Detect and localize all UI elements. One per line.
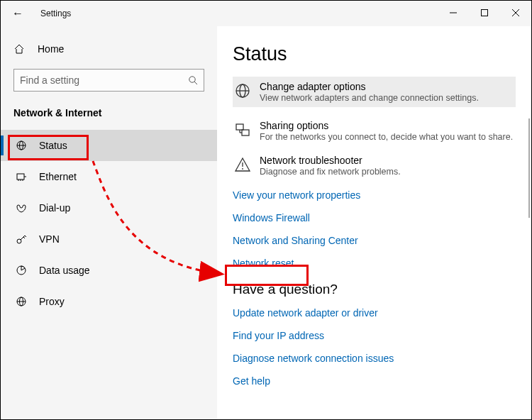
nav-label: Status [39, 140, 67, 151]
option-title: Change adapter options [260, 81, 479, 92]
body: Home Network & Internet Status [1, 26, 531, 419]
svg-point-4 [189, 77, 195, 82]
sidebar-item-datausage[interactable]: Data usage [1, 255, 217, 286]
link-windows-firewall[interactable]: Windows Firewall [233, 212, 516, 223]
link-network-reset[interactable]: Network reset [233, 258, 516, 269]
warning-icon [233, 155, 253, 173]
datausage-icon [15, 265, 28, 276]
ethernet-icon [15, 171, 28, 182]
link-view-properties[interactable]: View your network properties [233, 189, 516, 201]
status-icon [15, 140, 28, 151]
nav-label: Dial-up [39, 202, 70, 214]
svg-line-5 [194, 82, 197, 84]
search-box[interactable] [13, 69, 204, 92]
scrollbar[interactable] [521, 26, 531, 419]
nav-label: VPN [39, 233, 60, 245]
svg-rect-25 [236, 124, 243, 130]
nav-label: Ethernet [39, 171, 77, 182]
settings-window: ← Settings Home [0, 0, 532, 420]
proxy-icon [15, 296, 28, 307]
window-title: Settings [40, 9, 71, 18]
svg-line-16 [23, 237, 25, 238]
link-update-adapter[interactable]: Update network adapter or driver [233, 307, 516, 319]
option-title: Sharing options [260, 120, 513, 131]
search-input[interactable] [20, 74, 188, 86]
svg-rect-26 [242, 130, 249, 136]
svg-rect-9 [17, 174, 24, 179]
option-troubleshooter[interactable]: Network troubleshooter Diagnose and fix … [233, 155, 516, 177]
home-icon [13, 43, 25, 55]
option-change-adapter[interactable]: Change adapter options View network adap… [233, 77, 516, 107]
question-heading: Have a question? [233, 282, 516, 297]
nav-list: Status Ethernet Dial-up [1, 130, 217, 317]
svg-point-30 [242, 168, 243, 170]
option-sub: View network adapters and change connect… [260, 93, 479, 103]
sidebar: Home Network & Internet Status [1, 26, 217, 419]
sidebar-item-proxy[interactable]: Proxy [1, 286, 217, 317]
option-sub: For the networks you connect to, decide … [260, 132, 513, 142]
svg-line-17 [25, 236, 26, 237]
close-button[interactable] [500, 1, 531, 25]
link-find-ip[interactable]: Find your IP address [233, 330, 516, 341]
link-diagnose-issues[interactable]: Diagnose network connection issues [233, 353, 516, 364]
link-get-help[interactable]: Get help [233, 375, 516, 387]
sidebar-item-vpn[interactable]: VPN [1, 223, 217, 255]
vpn-icon [15, 233, 28, 245]
sharing-icon [233, 120, 253, 138]
page-title: Status [233, 43, 516, 65]
scrollbar-thumb[interactable] [528, 118, 530, 218]
globe-icon [233, 81, 253, 99]
svg-rect-1 [482, 10, 488, 16]
content-area: Status Change adapter options View netwo… [217, 26, 531, 419]
sidebar-item-ethernet[interactable]: Ethernet [1, 161, 217, 192]
back-button[interactable]: ← [12, 7, 23, 20]
titlebar: ← Settings [1, 1, 531, 26]
option-sharing[interactable]: Sharing options For the networks you con… [233, 120, 516, 142]
dialup-icon [15, 202, 28, 214]
option-sub: Diagnose and fix network problems. [260, 167, 401, 177]
window-controls [438, 1, 531, 25]
sidebar-item-dialup[interactable]: Dial-up [1, 192, 217, 223]
maximize-button[interactable] [469, 1, 500, 25]
nav-label: Data usage [39, 265, 90, 276]
minimize-button[interactable] [438, 1, 469, 25]
home-label: Home [38, 43, 64, 55]
home-button[interactable]: Home [1, 36, 217, 62]
option-title: Network troubleshooter [260, 155, 401, 166]
search-icon [188, 75, 198, 85]
nav-label: Proxy [39, 296, 65, 307]
category-title: Network & Internet [1, 100, 217, 126]
sidebar-item-status[interactable]: Status [1, 130, 217, 161]
link-network-sharing-center[interactable]: Network and Sharing Center [233, 235, 516, 246]
